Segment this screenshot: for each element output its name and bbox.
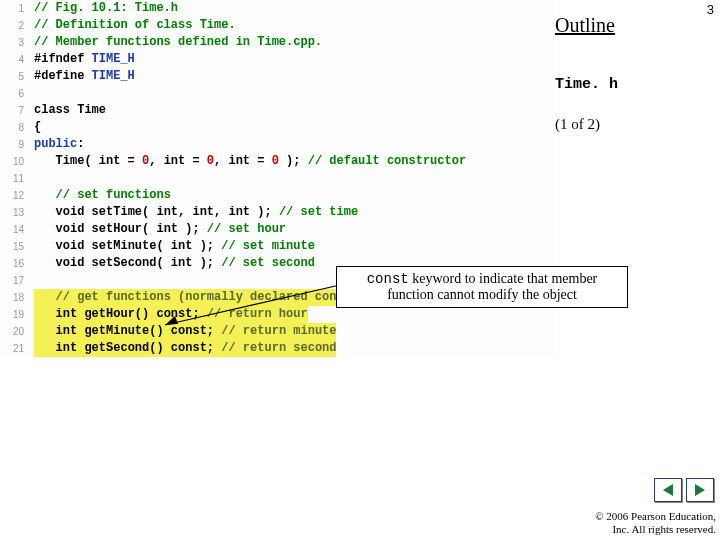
code-text xyxy=(30,85,555,102)
code-text: void setMinute( int ); // set minute xyxy=(30,238,555,255)
code-line: 9public: xyxy=(0,136,555,153)
line-number: 5 xyxy=(0,68,30,85)
triangle-right-icon xyxy=(695,484,705,496)
filename-label: Time. h xyxy=(555,76,618,93)
line-number: 21 xyxy=(0,340,30,357)
code-line: 11 xyxy=(0,170,555,187)
code-text: Time( int = 0, int = 0, int = 0 ); // de… xyxy=(30,153,555,170)
line-number: 15 xyxy=(0,238,30,255)
triangle-left-icon xyxy=(663,484,673,496)
code-text: { xyxy=(30,119,555,136)
line-number: 14 xyxy=(0,221,30,238)
copyright-line1: © 2006 Pearson Education, xyxy=(595,510,716,523)
next-button[interactable] xyxy=(686,478,714,502)
code-line: 8{ xyxy=(0,119,555,136)
code-line: 15 void setMinute( int ); // set minute xyxy=(0,238,555,255)
code-line: 5#define TIME_H xyxy=(0,68,555,85)
code-text xyxy=(30,170,555,187)
callout-keyword: const xyxy=(367,271,409,287)
code-line: 21 int getSecond() const; // return seco… xyxy=(0,340,555,357)
line-number: 6 xyxy=(0,85,30,102)
line-number: 16 xyxy=(0,255,30,272)
page-progress: (1 of 2) xyxy=(555,116,600,133)
line-number: 11 xyxy=(0,170,30,187)
line-number: 9 xyxy=(0,136,30,153)
line-number: 20 xyxy=(0,323,30,340)
line-number: 4 xyxy=(0,51,30,68)
copyright-notice: © 2006 Pearson Education, Inc. All right… xyxy=(595,510,716,536)
line-number: 19 xyxy=(0,306,30,323)
code-line: 13 void setTime( int, int, int ); // set… xyxy=(0,204,555,221)
nav-buttons xyxy=(654,478,714,502)
line-number: 13 xyxy=(0,204,30,221)
code-text: int getMinute() const; // return minute xyxy=(30,323,555,340)
code-line: 4#ifndef TIME_H xyxy=(0,51,555,68)
code-line: 7class Time xyxy=(0,102,555,119)
code-line: 10 Time( int = 0, int = 0, int = 0 ); //… xyxy=(0,153,555,170)
code-line: 19 int getHour() const; // return hour xyxy=(0,306,555,323)
code-text: int getSecond() const; // return second xyxy=(30,340,555,357)
line-number: 17 xyxy=(0,272,30,289)
code-text: // Fig. 10.1: Time.h xyxy=(30,0,555,17)
code-line: 1// Fig. 10.1: Time.h xyxy=(0,0,555,17)
code-text: // Member functions defined in Time.cpp. xyxy=(30,34,555,51)
line-number: 7 xyxy=(0,102,30,119)
code-line: 2// Definition of class Time. xyxy=(0,17,555,34)
copyright-line2: Inc. All rights reserved. xyxy=(595,523,716,536)
code-line: 12 // set functions xyxy=(0,187,555,204)
code-text: void setHour( int ); // set hour xyxy=(30,221,555,238)
line-number: 3 xyxy=(0,34,30,51)
line-number: 2 xyxy=(0,17,30,34)
line-number: 1 xyxy=(0,0,30,17)
code-line: 3// Member functions defined in Time.cpp… xyxy=(0,34,555,51)
code-text: #ifndef TIME_H xyxy=(30,51,555,68)
line-number: 12 xyxy=(0,187,30,204)
code-text: class Time xyxy=(30,102,555,119)
code-text: void setTime( int, int, int ); // set ti… xyxy=(30,204,555,221)
code-text: int getHour() const; // return hour xyxy=(30,306,555,323)
callout-box: const keyword to indicate that member fu… xyxy=(336,266,628,308)
line-number: 18 xyxy=(0,289,30,306)
line-number: 8 xyxy=(0,119,30,136)
code-text: #define TIME_H xyxy=(30,68,555,85)
prev-button[interactable] xyxy=(654,478,682,502)
code-text: // Definition of class Time. xyxy=(30,17,555,34)
page-number: 3 xyxy=(707,2,714,17)
callout-text: keyword to indicate that member function… xyxy=(387,271,597,302)
code-text: // set functions xyxy=(30,187,555,204)
line-number: 10 xyxy=(0,153,30,170)
code-line: 14 void setHour( int ); // set hour xyxy=(0,221,555,238)
outline-heading: Outline xyxy=(555,14,615,37)
code-text: public: xyxy=(30,136,555,153)
code-line: 6 xyxy=(0,85,555,102)
code-line: 20 int getMinute() const; // return minu… xyxy=(0,323,555,340)
